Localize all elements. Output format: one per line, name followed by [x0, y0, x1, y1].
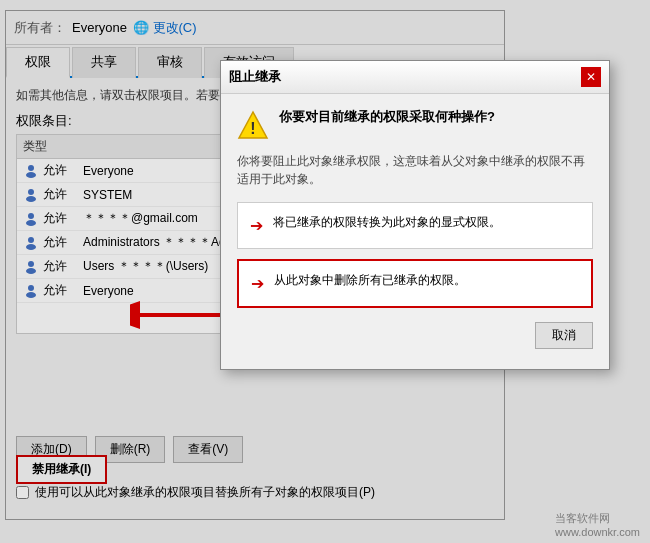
option1-button[interactable]: ➔ 将已继承的权限转换为此对象的显式权限。	[237, 202, 593, 249]
warning-icon: !	[237, 110, 269, 142]
dialog-close-button[interactable]: ✕	[581, 67, 601, 87]
dialog-title: 阻止继承	[229, 68, 281, 86]
dialog-body: ! 你要对目前继承的权限采取何种操作? 你将要阻止此对象继承权限，这意味着从父对…	[221, 94, 609, 369]
option2-arrow: ➔	[251, 272, 264, 296]
dialog-question: 你要对目前继承的权限采取何种操作?	[279, 108, 593, 126]
dialog-titlebar: 阻止继承 ✕	[221, 61, 609, 94]
option2-button[interactable]: ➔ 从此对象中删除所有已继承的权限。	[237, 259, 593, 308]
stop-inherit-dialog: 阻止继承 ✕ ! 你要对目前继承的权限采取何种操作? 你将要阻止此对象继承权限，…	[220, 60, 610, 370]
dialog-description: 你将要阻止此对象继承权限，这意味着从父对象中继承的权限不再适用于此对象。	[237, 152, 593, 188]
svg-text:!: !	[250, 120, 255, 137]
option1-text: 将已继承的权限转换为此对象的显式权限。	[273, 213, 580, 231]
dialog-footer: 取消	[237, 318, 593, 355]
cancel-button[interactable]: 取消	[535, 322, 593, 349]
dialog-header-row: ! 你要对目前继承的权限采取何种操作?	[237, 108, 593, 142]
option1-arrow: ➔	[250, 214, 263, 238]
red-arrow	[130, 295, 230, 338]
option2-text: 从此对象中删除所有已继承的权限。	[274, 271, 579, 289]
